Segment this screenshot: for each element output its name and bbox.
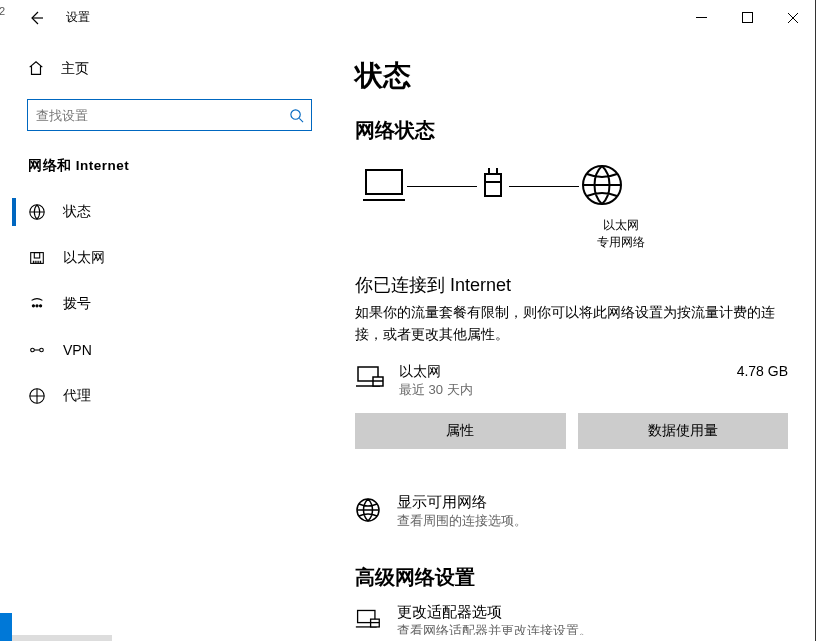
- sidebar-item-vpn[interactable]: VPN: [12, 327, 327, 373]
- search-icon: [281, 108, 311, 123]
- adapter-data-size: 4.78 GB: [737, 363, 788, 379]
- sidebar-item-label: 状态: [63, 203, 91, 221]
- svg-rect-4: [34, 253, 39, 258]
- connected-description: 如果你的流量套餐有限制，则你可以将此网络设置为按流量计费的连接，或者更改其他属性…: [355, 301, 788, 346]
- svg-point-6: [36, 305, 38, 307]
- adapter-options-sub: 查看网络适配器并更改连接设置。: [397, 622, 592, 635]
- back-button[interactable]: [12, 0, 60, 35]
- window-body: 主页 网络和 Internet 状态: [12, 35, 816, 635]
- minimize-button[interactable]: [678, 0, 724, 35]
- diagram-eth-name: 以太网: [453, 217, 788, 234]
- search-container: [12, 89, 327, 131]
- sidebar-item-label: 拨号: [63, 295, 91, 313]
- adapter-name: 以太网: [399, 363, 723, 381]
- data-usage-button[interactable]: 数据使用量: [578, 413, 789, 449]
- network-diagram: [361, 162, 788, 211]
- internet-globe-icon: [579, 162, 625, 211]
- svg-point-8: [31, 348, 35, 352]
- show-networks-title: 显示可用网络: [397, 493, 527, 512]
- svg-point-7: [40, 305, 42, 307]
- sidebar-section-label: 网络和 Internet: [28, 157, 327, 175]
- properties-button[interactable]: 属性: [355, 413, 566, 449]
- globe-icon: [27, 203, 47, 221]
- diagram-eth-type: 专用网络: [453, 234, 788, 251]
- background-taskbar-hint-2: [12, 634, 112, 641]
- adapter-pc-icon: [355, 363, 385, 396]
- sidebar-item-dialup[interactable]: 拨号: [12, 281, 327, 327]
- adapter-options-link[interactable]: 更改适配器选项 查看网络适配器并更改连接设置。: [355, 603, 788, 635]
- settings-window: 设置 主页: [0, 0, 816, 641]
- show-networks-link[interactable]: 显示可用网络 查看周围的连接选项。: [355, 493, 788, 530]
- window-title: 设置: [66, 9, 90, 26]
- adapter-row: 以太网 最近 30 天内 4.78 GB: [355, 363, 788, 399]
- svg-point-1: [290, 109, 299, 118]
- diagram-line: [509, 186, 579, 187]
- sidebar-item-status[interactable]: 状态: [12, 189, 327, 235]
- sidebar-item-ethernet[interactable]: 以太网: [12, 235, 327, 281]
- window-surface: 设置 主页: [12, 0, 816, 635]
- adapter-options-title: 更改适配器选项: [397, 603, 592, 622]
- search-box[interactable]: [27, 99, 312, 131]
- vpn-icon: [27, 341, 47, 359]
- adapter-options-icon: [355, 607, 381, 635]
- home-label: 主页: [61, 60, 89, 78]
- section-network-status: 网络状态: [355, 117, 788, 144]
- show-networks-sub: 查看周围的连接选项。: [397, 512, 527, 530]
- sidebar-item-label: 以太网: [63, 249, 105, 267]
- sidebar: 主页 网络和 Internet 状态: [12, 35, 327, 635]
- background-edge: [0, 0, 12, 641]
- pc-icon: [361, 162, 407, 211]
- titlebar: 设置: [12, 0, 816, 35]
- section-advanced: 高级网络设置: [355, 564, 788, 591]
- svg-rect-0: [742, 13, 752, 23]
- content-pane[interactable]: 状态 网络状态 以太网 专用网络: [327, 35, 816, 635]
- sidebar-item-label: VPN: [63, 342, 92, 358]
- adapter-sub: 最近 30 天内: [399, 381, 723, 399]
- diagram-line: [407, 186, 477, 187]
- page-title: 状态: [355, 57, 788, 95]
- router-icon: [477, 162, 509, 211]
- button-row: 属性 数据使用量: [355, 413, 788, 449]
- close-button[interactable]: [770, 0, 816, 35]
- svg-point-9: [40, 348, 44, 352]
- search-input[interactable]: [28, 100, 281, 130]
- maximize-button[interactable]: [724, 0, 770, 35]
- svg-rect-12: [485, 174, 501, 196]
- globe-icon: [355, 497, 381, 526]
- home-icon: [27, 59, 45, 80]
- connected-title: 你已连接到 Internet: [355, 273, 788, 297]
- home-button[interactable]: 主页: [12, 49, 327, 89]
- background-taskbar-hint: [0, 613, 12, 641]
- proxy-icon: [27, 387, 47, 405]
- sidebar-item-label: 代理: [63, 387, 91, 405]
- dialup-icon: [27, 295, 47, 313]
- svg-point-5: [32, 305, 34, 307]
- sidebar-item-proxy[interactable]: 代理: [12, 373, 327, 419]
- svg-rect-11: [366, 170, 402, 194]
- diagram-caption: 以太网 专用网络: [453, 217, 788, 251]
- ethernet-icon: [27, 249, 47, 267]
